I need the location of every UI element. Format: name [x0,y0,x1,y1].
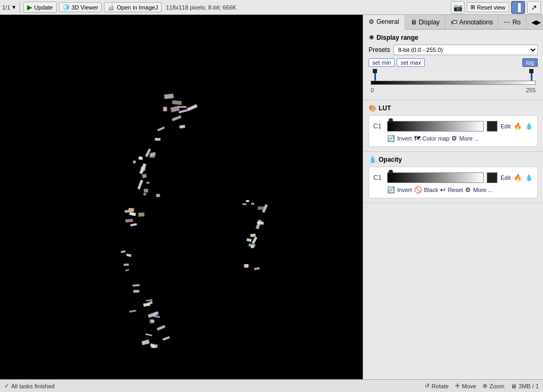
rotate-icon: ↺ [425,382,430,389]
move-icon: ✛ [455,382,460,389]
opacity-c1-gradient [387,172,484,183]
opacity-section: 💧 Opacity C1 Edit 🔥 💧 🔃 Invert [363,152,543,203]
nav-label: 1/1 [2,4,10,11]
lut-icon: 🎨 [369,104,376,112]
opacity-c1-label: C1 [373,174,384,181]
opacity-black-button[interactable]: Black [424,187,439,193]
right-panel: ⚙ General 🖥 Display 🏷 Annotations ⋯ Ro ◀… [363,15,543,379]
panel-toggle-button[interactable]: ▐ [511,1,525,14]
lut-colormap-button[interactable]: Color map [423,135,450,142]
lut-dot [389,118,393,123]
lut-channel-c1: C1 Edit 🔥 💧 [373,119,533,134]
image-canvas-area [0,15,363,379]
expand-button[interactable]: ↗ [527,1,541,14]
presets-select[interactable]: 8-bit (0.0 - 255.0)16-bit (0.0 - 65535.0… [393,45,538,55]
opacity-edit-button[interactable]: Edit [501,175,511,181]
range-controls: set min set max log [369,58,538,67]
tag-icon: 🏷 [451,19,457,26]
log-button[interactable]: log [522,58,538,67]
opacity-invert-icon: 🔃 [387,186,395,194]
lut-c1-label: C1 [373,123,384,130]
lut-colormap-icon: 🗺 [414,135,421,142]
imagej-icon: 🔬 [108,4,115,11]
display-range-title: ☀ Display range [369,34,538,41]
reset-icon: ⊞ [470,4,475,11]
tab-nav-left[interactable]: ◀ [531,19,536,26]
lut-title: 🎨 LUT [369,104,538,112]
nav-dropdown-icon[interactable]: ▼ [11,4,16,10]
tabs-bar: ⚙ General 🖥 Display 🏷 Annotations ⋯ Ro ◀… [363,15,543,30]
separator-1 [20,2,20,13]
image-info: 118x118 pixels; 8-bit; 666K [166,4,237,11]
memory-icon: 🖥 [511,383,516,389]
memory-status: 🖥 3MB / 1 [511,383,539,389]
zoom-status: ⊕ Zoom [483,382,504,389]
lut-color-swatch[interactable] [487,121,497,132]
main-area: ⚙ General 🖥 Display 🏷 Annotations ⋯ Ro ◀… [0,15,543,379]
opacity-settings-icon: ⚙ [465,186,471,194]
display-icon: 🖥 [410,19,417,26]
opacity-actions: 🔃 Invert 🚫 Black ↩ Reset ⚙ More ... [373,185,533,195]
opacity-invert-button[interactable]: Invert [397,187,412,193]
tab-annotations[interactable]: 🏷 Annotations [445,15,498,29]
range-track [371,81,536,85]
lut-c1-gradient [387,121,484,132]
lut-section: 🎨 LUT C1 Edit 🔥 💧 🔃 Invert 🗺 [363,100,543,152]
sun-icon: ☀ [369,34,374,41]
opacity-title: 💧 Opacity [369,156,538,163]
opacity-drop-icon: 💧 [525,174,533,181]
lut-settings-icon: ⚙ [451,135,457,142]
update-button[interactable]: ▶ Update [23,2,56,13]
range-min-label: 0 [371,87,374,93]
open-imagej-button[interactable]: 🔬 Open in ImageJ [104,2,162,12]
move-status: ✛ Move [455,382,476,389]
check-icon: ✓ [4,382,9,389]
camera-button[interactable]: 📷 [451,1,465,14]
status-tasks: ✓ All tasks finished [4,382,55,389]
dots-icon: ⋯ [504,19,510,26]
opacity-flame-icon: 🔥 [514,174,522,181]
statusbar: ✓ All tasks finished ↺ Rotate ✛ Move ⊕ Z… [0,379,543,392]
cube-icon: 🧊 [63,4,70,11]
opacity-reset-button[interactable]: Reset [448,187,463,193]
toolbar-right: 📷 ⊞ Reset view ▐ ↗ [451,1,541,14]
3d-viewer-button[interactable]: 🧊 3D Viewer [59,2,102,12]
toolbar: 1/1 ▼ ▶ Update 🧊 3D Viewer 🔬 Open in Ima… [0,0,543,15]
opacity-reset-icon: ↩ [440,186,445,194]
opacity-icon: 💧 [369,156,376,163]
opacity-color-swatch[interactable] [487,172,497,183]
tab-nav-right[interactable]: ▶ [536,19,541,26]
zoom-icon: ⊕ [483,382,487,389]
reset-view-button[interactable]: ⊞ Reset view [467,2,509,12]
lut-invert-button[interactable]: Invert [397,135,412,142]
nav-control: 1/1 ▼ [2,4,16,11]
lut-edit-button[interactable]: Edit [501,123,511,129]
tab-general[interactable]: ⚙ General [363,15,405,30]
gear-icon: ⚙ [369,18,374,25]
range-slider[interactable]: 0 255 [369,69,538,95]
lut-flame-icon: 🔥 [514,123,522,130]
set-min-button[interactable]: set min [369,58,395,67]
lut-actions: 🔃 Invert 🗺 Color map ⚙ More ... [373,134,533,143]
image-canvas [0,15,355,379]
lut-invert-icon: 🔃 [387,135,395,142]
lut-drop-icon: 💧 [525,123,533,130]
max-handle-dot [529,69,533,73]
presets-row: Presets 8-bit (0.0 - 255.0)16-bit (0.0 -… [369,45,538,55]
tab-display[interactable]: 🖥 Display [405,15,445,29]
play-icon: ▶ [27,3,32,11]
set-max-button[interactable]: set max [397,58,425,67]
opacity-ban-icon: 🚫 [414,186,422,194]
lut-more-button[interactable]: More ... [459,135,479,142]
opacity-channel-c1: C1 Edit 🔥 💧 [373,170,533,185]
range-max-label: 255 [526,87,536,93]
rotate-status: ↺ Rotate [425,382,449,389]
presets-label: Presets [369,46,390,54]
opacity-more-button[interactable]: More ... [473,187,493,193]
min-handle-dot [373,69,377,73]
tab-ro[interactable]: ⋯ Ro [498,15,526,29]
status-label: All tasks finished [11,383,55,389]
display-range-section: ☀ Display range Presets 8-bit (0.0 - 255… [363,30,543,100]
opacity-dot [389,170,393,174]
